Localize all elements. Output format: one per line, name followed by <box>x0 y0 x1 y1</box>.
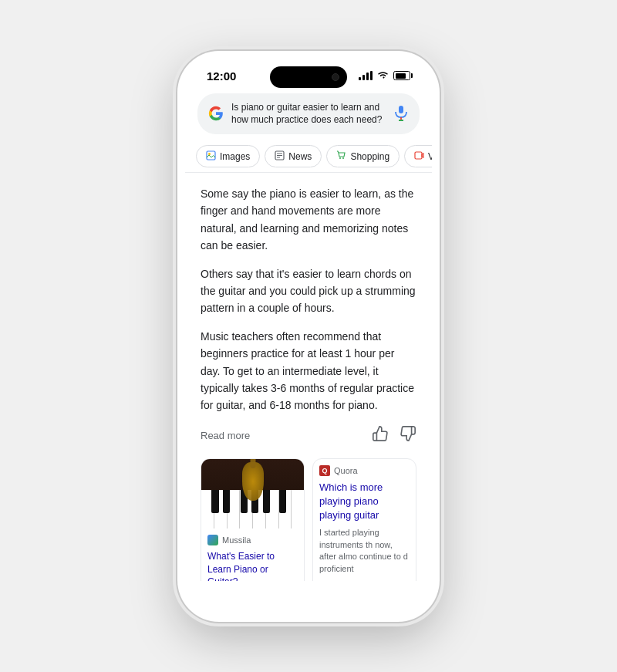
news-icon <box>275 150 285 162</box>
source-name-quora: Quora <box>334 466 358 475</box>
search-query-text: Is piano or guitar easier to learn and h… <box>231 101 386 127</box>
feedback-icons <box>372 425 416 446</box>
battery-icon <box>393 71 410 80</box>
quora-card-body: Q Quora Which is more playing piano play… <box>313 459 416 581</box>
dynamic-island <box>270 66 347 88</box>
screen-content: Is piano or guitar easier to learn and h… <box>185 87 432 581</box>
card-quora[interactable]: Q Quora Which is more playing piano play… <box>312 458 416 581</box>
wifi-icon <box>377 70 389 82</box>
svg-point-9 <box>339 157 341 159</box>
svg-point-4 <box>208 153 211 155</box>
status-bar: 12:00 <box>185 59 432 87</box>
answer-paragraph-1: Some say the piano is easier to learn, a… <box>201 185 416 255</box>
tab-news-label: News <box>288 151 312 162</box>
card-snippet-quora: I started playing instruments th now, af… <box>319 527 410 579</box>
search-tabs: Images News <box>185 140 432 173</box>
svg-point-10 <box>342 157 344 159</box>
google-logo <box>208 106 224 121</box>
mussila-favicon <box>207 535 218 545</box>
tab-shopping[interactable]: Shopping <box>326 145 400 167</box>
source-name-mussila: Mussila <box>222 535 251 545</box>
quora-source-row: Q Quora <box>319 465 410 476</box>
search-bar[interactable]: Is piano or guitar easier to learn and h… <box>197 93 420 135</box>
thumbs-up-icon[interactable] <box>372 425 389 446</box>
svg-rect-11 <box>415 152 422 159</box>
card-title-mussila[interactable]: What's Easier to Learn Piano or Guitar? <box>201 549 304 581</box>
card-title-quora[interactable]: Which is more playing piano playing guit… <box>319 481 410 528</box>
tab-videos[interactable]: Vide <box>404 145 432 167</box>
answer-paragraph-3: Music teachers often recommend that begi… <box>201 328 416 414</box>
phone-frame: 12:00 <box>177 51 440 622</box>
phone-screen: 12:00 <box>185 59 432 614</box>
tab-videos-label: Vide <box>428 151 432 162</box>
images-icon <box>206 150 216 162</box>
svg-rect-3 <box>207 151 215 160</box>
front-camera <box>332 73 339 81</box>
read-more-link[interactable]: Read more <box>201 430 250 441</box>
article-cards: Mussila What's Easier to Learn Piano or … <box>201 458 416 581</box>
card-mussila[interactable]: Mussila What's Easier to Learn Piano or … <box>201 458 305 581</box>
status-time: 12:00 <box>207 69 236 83</box>
card-source-row: Mussila <box>201 528 304 549</box>
shopping-icon <box>336 150 346 162</box>
svg-rect-0 <box>399 106 403 113</box>
tab-images[interactable]: Images <box>196 145 260 167</box>
signal-icon <box>359 71 373 80</box>
piano-image <box>201 459 304 528</box>
video-icon <box>414 150 424 162</box>
mic-icon[interactable] <box>393 106 409 121</box>
answer-paragraph-2: Others say that it's easier to learn cho… <box>201 265 416 317</box>
status-icons <box>359 70 410 82</box>
tab-news[interactable]: News <box>265 145 322 167</box>
feedback-row: Read more <box>201 425 416 446</box>
tab-images-label: Images <box>220 151 250 162</box>
tab-shopping-label: Shopping <box>350 151 389 162</box>
main-content: Some say the piano is easier to learn, a… <box>185 173 432 580</box>
quora-logo: Q <box>319 465 330 476</box>
thumbs-down-icon[interactable] <box>400 425 416 446</box>
